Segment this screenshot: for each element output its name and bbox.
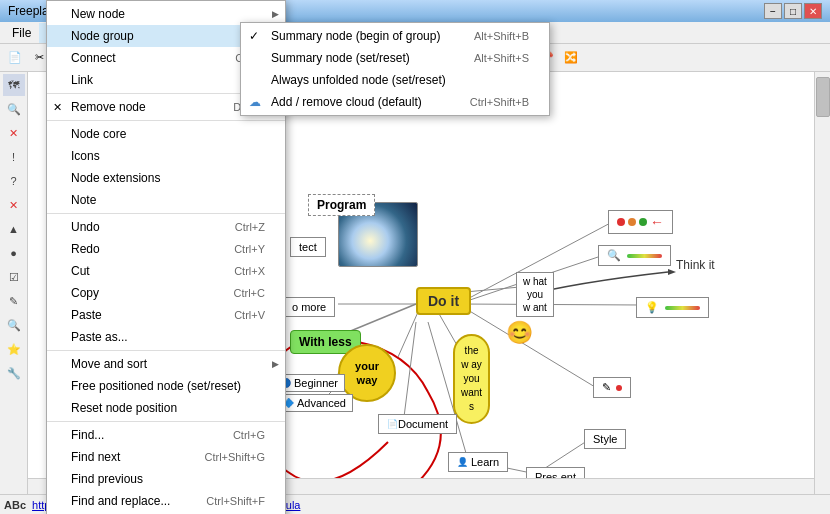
toolbar-btn-h[interactable]: 🔀 xyxy=(560,47,582,69)
menu-sep-3 xyxy=(47,213,285,214)
dot-orange-icon xyxy=(628,218,636,226)
menu-item-icons[interactable]: Icons xyxy=(47,145,285,167)
node-doit[interactable]: Do it xyxy=(416,287,471,315)
sidebar-btn-12[interactable]: ⭐ xyxy=(3,338,25,360)
dot-green-icon xyxy=(639,218,647,226)
sidebar-btn-5[interactable]: ? xyxy=(3,170,25,192)
node-document[interactable]: 📄 Document xyxy=(378,414,457,434)
svg-line-7 xyxy=(404,322,416,417)
menu-item-paste[interactable]: Paste Ctrl+V xyxy=(47,304,285,326)
node-topright2[interactable]: 🔍 xyxy=(598,245,671,266)
node-thinkit[interactable]: Think it xyxy=(676,258,715,272)
sidebar-btn-6[interactable]: ✕ xyxy=(3,194,25,216)
sidebar-btn-9[interactable]: ☑ xyxy=(3,266,25,288)
vertical-scrollbar[interactable] xyxy=(814,72,830,494)
submenu-summary-set[interactable]: Summary node (set/reset) Alt+Shift+S xyxy=(241,47,549,69)
node-domore[interactable]: o more xyxy=(283,297,335,317)
submenu-summary-begin[interactable]: ✓ Summary node (begin of group) Alt+Shif… xyxy=(241,25,549,47)
menu-item-node-core[interactable]: Node core xyxy=(47,123,285,145)
remove-node-icon: ✕ xyxy=(53,101,62,114)
menu-item-paste-as[interactable]: Paste as... xyxy=(47,326,285,348)
menu-item-copy[interactable]: Copy Ctrl+C xyxy=(47,282,285,304)
menu-item-undo[interactable]: Undo Ctrl+Z xyxy=(47,216,285,238)
submenu-add-cloud[interactable]: ☁ Add / remove cloud (default) Ctrl+Shif… xyxy=(241,91,549,113)
node-midright[interactable]: 💡 xyxy=(636,297,709,318)
menu-item-cut[interactable]: Cut Ctrl+X xyxy=(47,260,285,282)
minimize-button[interactable]: − xyxy=(764,3,782,19)
close-button[interactable]: ✕ xyxy=(804,3,822,19)
menu-item-find-next[interactable]: Find next Ctrl+Shift+G xyxy=(47,446,285,468)
left-sidebar: 🗺 🔍 ✕ ! ? ✕ ▲ ● ☑ ✎ 🔍 ⭐ 🔧 xyxy=(0,72,28,494)
node-whatyouwant[interactable]: w hatyouw ant xyxy=(516,272,554,317)
sidebar-btn-1[interactable]: 🗺 xyxy=(3,74,25,96)
sidebar-btn-3[interactable]: ✕ xyxy=(3,122,25,144)
menu-item-node-ext[interactable]: Node extensions xyxy=(47,167,285,189)
svg-line-4 xyxy=(398,312,418,357)
menu-sep-2 xyxy=(47,120,285,121)
menu-sep-5 xyxy=(47,421,285,422)
maximize-button[interactable]: □ xyxy=(784,3,802,19)
node-topright1[interactable]: ← xyxy=(608,210,673,234)
node-advanced[interactable]: 🔷 Advanced xyxy=(276,394,353,412)
check-icon: ✓ xyxy=(249,29,259,43)
menu-item-note[interactable]: Note xyxy=(47,189,285,211)
node-learn[interactable]: 👤 Learn xyxy=(448,452,508,472)
sidebar-btn-8[interactable]: ● xyxy=(3,242,25,264)
menu-item-reset-pos[interactable]: Reset node position xyxy=(47,397,285,419)
dot-red-icon xyxy=(617,218,625,226)
sidebar-btn-2[interactable]: 🔍 xyxy=(3,98,25,120)
sidebar-btn-4[interactable]: ! xyxy=(3,146,25,168)
sidebar-btn-10[interactable]: ✎ xyxy=(3,290,25,312)
menu-item-free-pos[interactable]: Free positioned node (set/reset) xyxy=(47,375,285,397)
node-style[interactable]: Style xyxy=(584,429,626,449)
svg-marker-0 xyxy=(668,269,676,275)
smiley-icon: 😊 xyxy=(506,320,533,346)
toolbar-new-node[interactable]: 📄 xyxy=(4,47,26,69)
arrow-right-icon: ← xyxy=(650,214,664,230)
menu-item-find[interactable]: Find... Ctrl+G xyxy=(47,424,285,446)
node-protect[interactable]: tect xyxy=(290,237,326,257)
node-theway[interactable]: thew ayyouwants xyxy=(453,334,490,424)
status-abc: ABc xyxy=(4,499,26,511)
window-controls: − □ ✕ xyxy=(764,3,822,19)
menu-item-find-replace[interactable]: Find and replace... Ctrl+Shift+F xyxy=(47,490,285,512)
node-midright2[interactable]: ✎ xyxy=(593,377,631,398)
menu-item-find-prev[interactable]: Find previous xyxy=(47,468,285,490)
menu-sep-4 xyxy=(47,350,285,351)
menu-file[interactable]: File xyxy=(4,23,39,43)
sidebar-btn-7[interactable]: ▲ xyxy=(3,218,25,240)
node-program[interactable]: Program xyxy=(308,194,375,216)
menu-item-move-sort[interactable]: Move and sort xyxy=(47,353,285,375)
sidebar-btn-13[interactable]: 🔧 xyxy=(3,362,25,384)
submenu-always-unfold[interactable]: Always unfolded node (set/reset) xyxy=(241,69,549,91)
nodegroup-submenu[interactable]: ✓ Summary node (begin of group) Alt+Shif… xyxy=(240,22,550,116)
sidebar-btn-11[interactable]: 🔍 xyxy=(3,314,25,336)
vscroll-thumb[interactable] xyxy=(816,77,830,117)
menu-item-redo[interactable]: Redo Ctrl+Y xyxy=(47,238,285,260)
